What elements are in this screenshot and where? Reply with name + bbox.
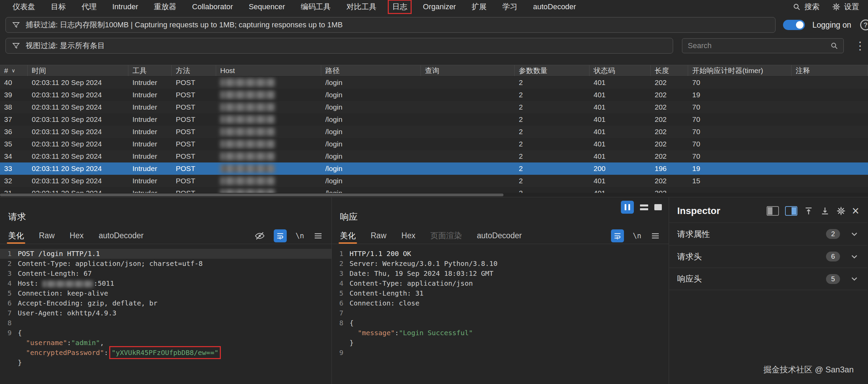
newline-toggle[interactable]: \n	[633, 232, 641, 240]
close-icon[interactable]: ×	[852, 205, 859, 217]
request-tab-raw[interactable]: Raw	[39, 228, 55, 244]
request-tab-hex[interactable]: Hex	[70, 228, 84, 244]
menu-item-proxy[interactable]: 代理	[74, 2, 104, 12]
word-wrap-toggle[interactable]	[274, 229, 287, 242]
table-row[interactable]: 3402:03:11 20 Sep 2024IntruderPOST/login…	[0, 150, 868, 162]
code-line: 8	[0, 318, 331, 328]
menu-item-organizer[interactable]: Organizer	[415, 2, 464, 11]
count-badge: 2	[826, 229, 840, 239]
response-tab-render[interactable]: 页面渲染	[430, 228, 462, 244]
table-search-input[interactable]	[687, 41, 826, 51]
menu-item-logger[interactable]: 日志	[389, 1, 411, 13]
menu-item-collaborator[interactable]: Collaborator	[184, 2, 241, 11]
expand-all-icon[interactable]	[803, 206, 814, 216]
hamburger-menu-icon[interactable]	[650, 231, 660, 241]
dock-left-icon[interactable]	[767, 206, 779, 216]
word-wrap-toggle[interactable]	[611, 229, 624, 242]
settings-button[interactable]: 设置	[832, 2, 859, 12]
column-header[interactable]: 长度	[651, 65, 688, 76]
column-header[interactable]: 查询	[421, 65, 515, 76]
settings-label: 设置	[844, 2, 859, 12]
menu-item-intruder[interactable]: Intruder	[104, 2, 146, 11]
column-header[interactable]: 工具	[128, 65, 172, 76]
menu-item-autodecoder[interactable]: autoDecoder	[525, 2, 584, 11]
chevron-down-icon	[850, 229, 859, 239]
dock-right-icon[interactable]	[785, 206, 797, 216]
pause-button[interactable]	[621, 201, 634, 214]
menu-item-target[interactable]: 目标	[43, 2, 74, 12]
kebab-menu-icon[interactable]: ⋮	[853, 40, 868, 51]
word-wrap-icon	[276, 231, 285, 240]
request-tabbar: 美化RawHexautoDecoder \n	[0, 228, 331, 244]
table-row[interactable]: 3902:03:11 20 Sep 2024IntruderPOST/login…	[0, 89, 868, 101]
column-header[interactable]: 路径	[321, 65, 421, 76]
table-row[interactable]: 3102:03:11 20 Sep 2024IntruderPOST/login…	[0, 187, 868, 193]
table-row[interactable]: 3302:03:11 20 Sep 2024IntruderPOST/login…	[0, 162, 868, 175]
menu-item-comparer[interactable]: 对比工具	[339, 2, 384, 12]
eye-off-icon[interactable]	[255, 231, 265, 241]
newline-toggle[interactable]: \n	[296, 232, 304, 240]
response-panel: 响应 美化RawHex页面渲染autoDecoder \n 1HTTP/1.1 …	[332, 197, 669, 384]
table-row[interactable]: 3802:03:11 20 Sep 2024IntruderPOST/login…	[0, 101, 868, 113]
table-search-box	[682, 38, 844, 53]
logging-toggle[interactable]	[783, 20, 805, 30]
response-tab-raw[interactable]: Raw	[371, 228, 386, 244]
global-search-button[interactable]: 搜索	[792, 2, 820, 12]
request-tab-pretty[interactable]: 美化	[8, 228, 24, 244]
highlighted-password-value: "yXVUkR45PFzOUfpbDB8/ew=="	[112, 349, 218, 357]
column-header[interactable]: 注释	[792, 65, 868, 76]
code-line: 3Date: Thu, 19 Sep 2024 18:03:12 GMT	[332, 269, 669, 279]
column-header[interactable]: 时间	[28, 65, 128, 76]
help-icon[interactable]: ?	[860, 19, 868, 30]
table-row[interactable]: 3502:03:11 20 Sep 2024IntruderPOST/login…	[0, 138, 868, 150]
column-header[interactable]: Host	[216, 65, 321, 76]
scrollbar-thumb[interactable]	[0, 194, 503, 196]
pause-icon	[625, 204, 630, 210]
redacted-host	[220, 79, 275, 87]
bottom-area: 请求 美化RawHexautoDecoder \n 1POST /login H…	[0, 197, 868, 384]
column-header[interactable]: #∨	[0, 65, 28, 76]
redacted-host	[220, 115, 275, 124]
inspector-sections: 请求属性2请求头6响应头5	[669, 223, 867, 290]
request-tab-autodecoder[interactable]: autoDecoder	[99, 228, 144, 244]
table-row[interactable]: 3602:03:11 20 Sep 2024IntruderPOST/login…	[0, 126, 868, 138]
line-number: 8	[0, 318, 12, 328]
collapse-all-icon[interactable]	[820, 206, 830, 216]
chevron-down-icon	[850, 252, 859, 261]
inspector-section-request-attributes[interactable]: 请求属性2	[669, 223, 867, 245]
column-header[interactable]: 参数数量	[515, 65, 589, 76]
menu-item-sequencer[interactable]: Sequencer	[241, 2, 293, 11]
code-line: 8{	[332, 318, 669, 328]
inspector-section-request-headers[interactable]: 请求头6	[669, 245, 867, 268]
request-panel-title: 请求	[0, 197, 331, 223]
hamburger-menu-icon[interactable]	[313, 231, 323, 241]
response-tab-autodecoder[interactable]: autoDecoder	[477, 228, 522, 244]
global-search-label: 搜索	[805, 2, 820, 12]
capture-filter-text: 捕获过滤: 日志内存限制100MB | Capturing requests u…	[26, 20, 343, 30]
table-row[interactable]: 4002:03:11 20 Sep 2024IntruderPOST/login…	[0, 76, 868, 89]
gear-icon[interactable]	[836, 206, 846, 216]
column-header[interactable]: 方法	[172, 65, 216, 76]
menu-item-decoder[interactable]: 编码工具	[293, 2, 339, 12]
request-editor[interactable]: 1POST /login HTTP/1.12Content-Type: appl…	[0, 244, 331, 368]
response-editor[interactable]: 1HTTP/1.1 200 OK2Server: Werkzeug/3.0.1 …	[332, 244, 669, 358]
menu-item-extensions[interactable]: 扩展	[464, 2, 495, 12]
code-line: 3Content-Length: 67	[0, 269, 331, 279]
capture-filter-box[interactable]: 捕获过滤: 日志内存限制100MB | Capturing requests u…	[5, 17, 775, 33]
response-tab-pretty[interactable]: 美化	[340, 228, 356, 244]
column-header[interactable]: 开始响应计时器(timer)	[688, 65, 792, 76]
view-filter-box[interactable]: 视图过滤: 显示所有条目	[5, 38, 673, 54]
table-row[interactable]: 3702:03:11 20 Sep 2024IntruderPOST/login…	[0, 113, 868, 126]
horizontal-scrollbar[interactable]	[0, 193, 868, 197]
menu-item-dashboard[interactable]: 仪表盘	[5, 2, 43, 12]
code-line: "message":"Login Successful"	[332, 328, 669, 338]
menu-item-repeater[interactable]: 重放器	[146, 2, 184, 12]
maximize-icon[interactable]	[654, 204, 662, 210]
column-header[interactable]: 状态码	[589, 65, 651, 76]
response-tab-hex[interactable]: Hex	[401, 228, 415, 244]
inspector-section-response-headers[interactable]: 响应头5	[669, 268, 867, 290]
table-row[interactable]: 3202:03:11 20 Sep 2024IntruderPOST/login…	[0, 175, 868, 187]
menu-item-learn[interactable]: 学习	[495, 2, 525, 12]
split-rows-icon[interactable]	[640, 204, 648, 210]
log-table-header: #∨时间工具方法Host路径查询参数数量状态码长度开始响应计时器(timer)注…	[0, 65, 868, 76]
